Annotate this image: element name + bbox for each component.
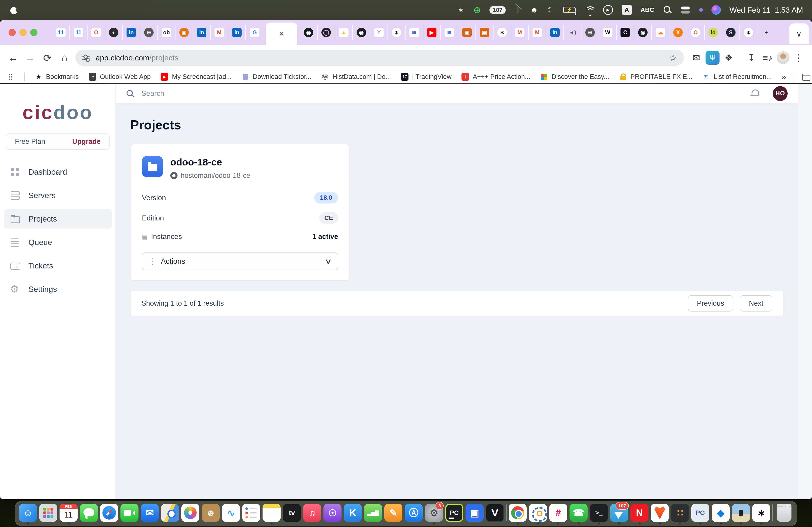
zoom-window-button[interactable] [30,29,38,36]
minimize-window-button[interactable] [19,29,27,36]
close-tab-icon[interactable]: ✕ [278,30,284,38]
linkedin-tab[interactable]: in [546,25,564,40]
profile-avatar[interactable] [777,51,789,64]
apple-menu-icon[interactable] [10,5,18,14]
gcal-tab[interactable]: 11 [52,25,70,40]
music-dock-icon[interactable]: ♫ [303,504,321,522]
deepseek-tab[interactable]: ≋ [441,25,458,40]
podcasts-dock-icon[interactable]: ☉ [323,504,342,522]
next-button[interactable]: Next [740,295,772,312]
gmail-tab[interactable]: M [511,25,529,40]
openai-tab[interactable]: ∗ [388,25,406,40]
messages-dock-icon[interactable] [79,504,98,522]
aws-tab[interactable]: ▣ [476,25,494,40]
reload-button[interactable]: ⟳ [39,52,56,63]
abc-input-label[interactable]: ABC [641,4,654,16]
bookmark-screencast[interactable]: ▶ My Screencast [ad... [161,73,231,81]
reminders-dock-icon[interactable] [242,504,261,522]
gmail-tab[interactable]: M [211,25,228,40]
notes-dock-icon[interactable] [262,504,281,522]
siri-icon[interactable] [711,5,721,15]
bookmark-tickstory[interactable]: Download Tickstor... [242,73,311,81]
apple-tv-dock-icon[interactable]: tv [282,504,301,522]
launchpad-dock-icon[interactable] [39,504,58,522]
control-center-icon[interactable] [680,4,691,16]
linkedin-tab[interactable]: in [228,25,246,40]
active-tab[interactable]: ✕ [266,22,297,45]
close-window-button[interactable] [9,29,16,36]
terminal-dock-icon[interactable]: >_ [590,504,608,522]
input-source-icon[interactable]: A [622,5,632,15]
cloudflare-tab[interactable]: ☁ [652,25,669,40]
gmail-tab[interactable]: M [529,25,546,40]
apps-grid-icon[interactable]: ⣿ [7,73,14,81]
dock-separator[interactable] [506,504,507,521]
upgrade-link[interactable]: Upgrade [72,137,101,146]
blue-diamond-dock-icon[interactable]: ▣ [465,504,484,522]
downloads-icon[interactable]: ↧ [744,51,758,65]
freeform-dock-icon[interactable]: ∿ [222,504,240,522]
github-tab[interactable]: ◉ [634,25,652,40]
openai-tab[interactable]: ∗ [740,25,757,40]
scrollbar-gutter[interactable] [798,84,812,499]
id-tab[interactable]: id [705,25,722,40]
safari-dock-icon[interactable] [100,504,118,522]
sidebar-nav-item[interactable]: Queue [4,232,112,252]
dock-separator[interactable] [772,504,773,521]
trash-dock-icon[interactable] [775,504,793,522]
sidebar-nav-item[interactable]: Settings [4,280,112,299]
bookmark-recruitment[interactable]: ≋ List of Recruitmen... [702,73,772,81]
github-tab[interactable]: ◉ [300,25,318,40]
bookmark-histdata[interactable]: Ⓦ HistData.com | Do... [321,73,391,81]
odoo-tab[interactable]: O [88,25,105,40]
numbers-dock-icon[interactable]: ▂▅▇ [364,504,382,522]
finder-dock-icon[interactable]: ☺ [19,504,37,522]
project-repo-row[interactable]: hostomani/odoo-18-ce [170,171,250,180]
moon-icon[interactable]: ☾ [547,4,554,16]
swirl-tab[interactable]: ◐ [105,25,123,40]
user-avatar[interactable]: HO [773,86,788,101]
contacts-dock-icon[interactable]: ☻ [201,504,220,522]
system-settings-dock-icon[interactable]: 3 ⚙ [425,504,443,522]
s-dark-tab[interactable]: S [722,25,740,40]
chatgpt-dock-icon[interactable]: ∗ [752,504,770,522]
photos-dock-icon[interactable] [181,504,200,522]
screen-mirroring-icon[interactable]: ▶ [603,5,613,15]
chrome-dock-icon[interactable] [508,504,527,522]
gdrive-tab[interactable]: ▲ [335,25,353,40]
w-tab[interactable]: W [599,25,617,40]
mic-extension-icon[interactable]: Ψ [706,51,720,65]
graph-tab[interactable]: Y [371,25,388,40]
back-button[interactable]: ← [4,52,21,63]
bookmark-profitable-fx[interactable]: PROFITABLE FX E... [619,73,693,81]
extensions-puzzle-icon[interactable]: ❖ [722,51,736,65]
whatsapp-dock-icon[interactable]: ☎ [569,504,588,522]
bookmark-outlook[interactable]: ◔ Outlook Web App [89,73,151,81]
app-store-dock-icon[interactable]: Ⓐ [404,504,423,522]
previous-button[interactable]: Previous [688,295,733,312]
globe-status-icon[interactable]: ⊕ [473,4,481,16]
translate-tab[interactable]: G [246,25,263,40]
cast-tab[interactable]: ▣ [175,25,193,40]
maps-dock-icon[interactable] [161,504,179,522]
menu-bar-clock[interactable]: Wed Feb 11 1:53 AM [729,6,803,14]
linkedin-tab[interactable]: in [123,25,140,40]
bookmark-bookmarks[interactable]: ★ Bookmarks [35,73,79,81]
gcal-tab[interactable]: 11 [70,25,88,40]
o-ring-tab[interactable]: ◯ [318,25,335,40]
repo-link[interactable]: hostomani/odoo-18-ce [181,171,250,180]
ob-tab[interactable]: ob [158,25,175,40]
search-input[interactable] [141,89,750,98]
linkedin-tab[interactable]: in [193,25,211,40]
slack-dock-icon[interactable]: # [549,504,567,522]
bluetooth-icon[interactable]: ᛒ [514,4,522,16]
home-button[interactable]: ⌂ [56,52,73,63]
battery-icon[interactable] [563,7,576,13]
odoo-ring-tab[interactable]: O [687,25,705,40]
circle-key-dock-icon[interactable] [529,504,547,522]
sidebar-nav-item[interactable]: Servers [4,186,112,205]
vscode-dock-icon[interactable]: ◆ [711,504,730,522]
pages-dock-icon[interactable]: ✎ [384,504,403,522]
bookmarks-separator[interactable] [24,72,25,81]
all-bookmarks-button[interactable]: All Bookmarks [802,73,812,81]
